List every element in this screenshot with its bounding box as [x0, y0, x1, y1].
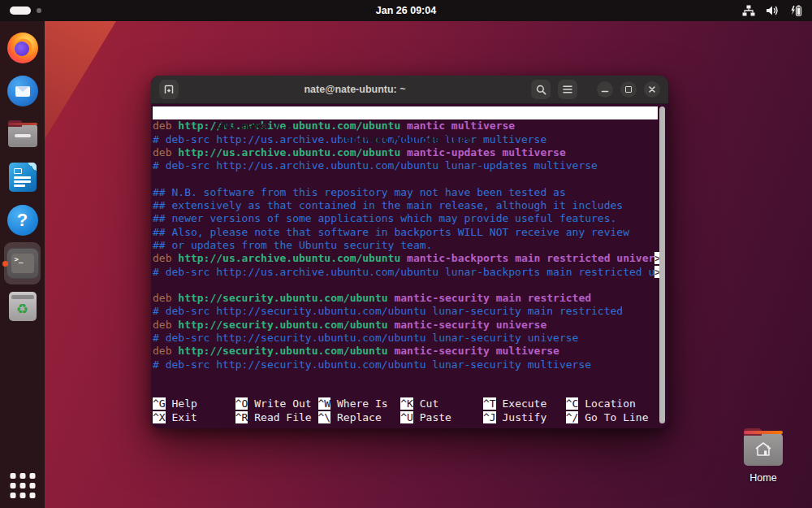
firefox-icon — [7, 33, 38, 63]
dock-item-trash[interactable]: ♻ — [2, 290, 43, 323]
nano-titlebar: GNU nano 7.2 /etc/apt/sources.list — [153, 106, 658, 119]
workspace-active-pill[interactable] — [10, 7, 31, 15]
dock-item-help[interactable]: ? — [2, 204, 43, 237]
terminal-line — [153, 279, 668, 292]
nano-shortcut-key[interactable]: ^O — [235, 397, 248, 410]
home-folder-label: Home — [749, 472, 776, 484]
wallpaper-accent — [45, 21, 116, 139]
terminal-line: # deb-src http://us.archive.ubuntu.com/u… — [153, 266, 668, 279]
nano-shortcut-key[interactable]: ^U — [400, 411, 413, 423]
nano-shortcut-key[interactable]: ^G — [153, 397, 166, 410]
nano-shortcut-key[interactable]: ^K — [400, 397, 413, 410]
workspace-indicator[interactable] — [10, 7, 41, 15]
terminal-line: deb http://security.ubuntu.com/ubuntu ma… — [153, 345, 668, 358]
nano-shortcut-key[interactable]: ^J — [483, 411, 496, 423]
terminal-line: ## N.B. software from this repository ma… — [153, 186, 668, 199]
nano-shortcut-key[interactable]: ^W — [318, 397, 331, 410]
nano-version-label: GNU nano 7.2 — [204, 119, 293, 132]
new-tab-button[interactable] — [159, 80, 179, 99]
battery-charging-icon — [789, 5, 802, 17]
terminal-line: deb http://us.archive.ubuntu.com/ubuntu … — [153, 252, 668, 265]
nano-shortcut-label: Where Is — [330, 397, 400, 410]
nano-shortcut-key[interactable]: ^R — [235, 411, 248, 423]
dock: ? >_ ♻ — [0, 21, 45, 508]
terminal-line — [153, 172, 668, 185]
window-controls — [531, 80, 660, 99]
nano-shortcut-row: ^X Exit ^R Read File ^\ Replace ^U Paste… — [153, 411, 649, 424]
terminal-line: # deb-src http://security.ubuntu.com/ubu… — [153, 332, 668, 345]
dock-item-terminal[interactable]: >_ — [2, 247, 43, 280]
nano-shortcut-label: Write Out — [248, 397, 317, 410]
terminal-line: ## Also, please note that software in ba… — [153, 226, 668, 239]
nano-shortcut-label: Cut — [413, 397, 483, 410]
nano-shortcut-key[interactable]: ^\ — [318, 411, 331, 423]
nano-shortcut-label: Execute — [496, 397, 566, 410]
app-grid-button[interactable] — [10, 473, 35, 498]
nano-shortcut-label: Paste — [413, 411, 483, 423]
help-icon: ? — [7, 205, 38, 236]
network-wired-icon — [742, 5, 755, 16]
dock-item-libreoffice-writer[interactable] — [2, 161, 43, 193]
terminal-line: deb http://security.ubuntu.com/ubuntu ma… — [153, 319, 668, 332]
top-bar: Jan 26 09:04 — [0, 0, 812, 21]
terminal-scrollbar[interactable] — [659, 106, 665, 423]
terminal-line: deb http://us.archive.ubuntu.com/ubuntu … — [153, 146, 668, 159]
maximize-button[interactable] — [620, 81, 637, 98]
dock-item-thunderbird[interactable] — [2, 75, 43, 107]
terminal-line: ## newer versions of some applications w… — [153, 212, 668, 225]
nano-shortcut-key[interactable]: ^C — [566, 397, 579, 410]
window-title: nate@nate-ubuntu: ~ — [185, 84, 525, 95]
minimize-button[interactable] — [597, 81, 613, 98]
nano-shortcut-label: Replace — [330, 411, 400, 423]
workspace-inactive-dot[interactable] — [37, 8, 41, 13]
dock-item-firefox[interactable] — [2, 32, 43, 64]
nano-shortcut-row: ^G Help ^O Write Out ^W Where Is ^K Cut … — [153, 397, 649, 410]
libreoffice-writer-icon — [9, 163, 37, 192]
nano-shortcut-key[interactable]: ^T — [483, 397, 496, 410]
terminal-icon: >_ — [6, 248, 39, 279]
terminal-content[interactable]: GNU nano 7.2 /etc/apt/sources.list deb h… — [151, 104, 668, 428]
files-icon — [8, 124, 37, 147]
nano-shortcuts: ^G Help ^O Write Out ^W Where Is ^K Cut … — [153, 397, 649, 424]
nano-shortcut-label: Exit — [166, 411, 235, 423]
terminal-line: # deb-src http://us.archive.ubuntu.com/u… — [153, 159, 668, 172]
terminal-line: ## or updates from the Ubuntu security t… — [153, 239, 668, 252]
nano-shortcut-key[interactable]: ^X — [153, 411, 166, 423]
terminal-line: ## extensively as that contained in the … — [153, 199, 668, 212]
thunderbird-icon — [7, 76, 38, 106]
nano-shortcut-label: Help — [166, 397, 235, 410]
system-tray[interactable] — [742, 5, 802, 17]
trash-icon: ♻ — [9, 292, 37, 321]
terminal-window: nate@nate-ubuntu: ~ — [151, 76, 668, 428]
desktop: Jan 26 09:04 — [0, 0, 812, 508]
nano-shortcut-key[interactable]: ^/ — [566, 411, 579, 423]
search-button[interactable] — [531, 80, 551, 99]
nano-buffer: deb http://us.archive.ubuntu.com/ubuntu … — [153, 119, 668, 397]
terminal-line — [153, 384, 668, 397]
nano-file-label: /etc/apt/sources.list — [153, 133, 658, 146]
nano-shortcut-label: Go To Line — [578, 411, 648, 423]
home-folder-icon — [744, 433, 783, 466]
menu-button[interactable] — [558, 80, 577, 99]
home-folder[interactable]: Home — [736, 433, 790, 484]
terminal-line — [153, 371, 668, 384]
window-titlebar[interactable]: nate@nate-ubuntu: ~ — [151, 76, 668, 104]
dock-item-files[interactable] — [2, 118, 43, 150]
nano-shortcut-label: Location — [578, 397, 648, 410]
clock[interactable]: Jan 26 09:04 — [0, 5, 812, 16]
nano-shortcut-label: Read File — [248, 411, 317, 423]
terminal-line: deb http://security.ubuntu.com/ubuntu ma… — [153, 292, 668, 305]
terminal-line: # deb-src http://security.ubuntu.com/ubu… — [153, 358, 668, 371]
volume-icon — [766, 5, 779, 16]
terminal-line: # deb-src http://security.ubuntu.com/ubu… — [153, 305, 668, 318]
close-button[interactable] — [644, 81, 660, 98]
nano-shortcut-label: Justify — [496, 411, 566, 423]
